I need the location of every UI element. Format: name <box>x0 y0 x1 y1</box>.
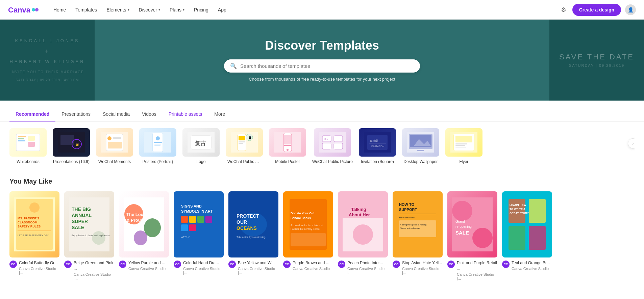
card-item[interactable]: THE BIG ANNUAL SUPER SALE Enjoy fantasti… <box>64 191 114 280</box>
svg-rect-16 <box>113 137 121 139</box>
category-desktop-wallpaper[interactable]: Desktop Wallpaper <box>402 128 439 164</box>
svg-text:Help them heal.: Help them heal. <box>399 216 416 219</box>
category-flyer[interactable]: Flyer <box>445 128 482 164</box>
card-footer: CC Beige Green and Pink ... Canva Creati… <box>64 260 114 280</box>
card-item[interactable]: The Loud & Proud Sale CC Yellow Purple a… <box>119 191 169 280</box>
svg-text:邀请函: 邀请函 <box>370 139 378 142</box>
svg-rect-57 <box>455 136 472 142</box>
card-item[interactable]: SIGNS AND SYMBOLS IN ART APPLY CC Col <box>174 191 224 280</box>
svg-text:Sale: Sale <box>126 223 135 228</box>
tab-presentations[interactable]: Presentations <box>55 107 97 121</box>
card-author: Canva Creative Studio |... <box>238 267 278 275</box>
svg-text:Harrison Elementary School: Harrison Elementary School <box>291 228 320 230</box>
svg-rect-114 <box>399 214 436 214</box>
category-label: Logo <box>197 159 206 164</box>
category-label: WeChat Public Account Co... <box>227 159 261 164</box>
svg-rect-90 <box>181 224 188 231</box>
settings-button[interactable]: ⚙ <box>559 4 568 16</box>
tab-more[interactable]: More <box>208 107 231 121</box>
svg-text:SALE: SALE <box>72 225 84 230</box>
svg-text:& Proud: & Proud <box>126 218 144 223</box>
category-thumb <box>402 128 439 157</box>
nav-discover[interactable]: Discover ▾ <box>135 4 164 15</box>
category-logo[interactable]: 复古 Logo <box>182 128 220 164</box>
card-thumb: Grand re-opening SALE <box>447 191 497 257</box>
cc-badge: CC <box>338 261 345 268</box>
category-wechat-moments[interactable]: WeChat Moments <box>96 128 133 164</box>
category-mobile-poster[interactable]: Mobile Poster <box>269 128 306 164</box>
avatar[interactable]: 👤 <box>625 4 636 15</box>
svg-rect-88 <box>197 216 204 223</box>
svg-point-63 <box>29 202 40 213</box>
card-thumb: Talking About Her <box>338 191 388 257</box>
logo[interactable]: Canva <box>8 5 39 15</box>
nav-elements[interactable]: Elements ▾ <box>102 4 133 15</box>
card-title: Blue Yellow and W... <box>238 260 278 266</box>
category-invitation[interactable]: 邀请函 INVITATION Invitation (Square) <box>359 128 396 164</box>
svg-text:friends and colleagues: friends and colleagues <box>400 227 420 229</box>
svg-text:Take action by volunteering.: Take action by volunteering. <box>237 236 266 239</box>
elements-chevron-icon: ▾ <box>128 8 129 11</box>
svg-rect-6 <box>18 140 25 141</box>
svg-text:CLASSROOM: CLASSROOM <box>18 221 38 224</box>
card-thumb: The Loud & Proud Sale <box>119 191 169 257</box>
card-author: Canva Creative Studio |... <box>402 267 443 275</box>
nav-plans[interactable]: Plans ▾ <box>166 4 189 15</box>
tab-videos[interactable]: Videos <box>136 107 163 121</box>
card-item[interactable]: Grand re-opening SALE CC Pink and Purple… <box>447 191 497 280</box>
category-label: Posters (Portrait) <box>143 159 173 164</box>
svg-point-38 <box>287 149 289 151</box>
card-item[interactable]: HOW TO SUPPORT Help them heal. A caregiv… <box>393 191 443 280</box>
card-item[interactable]: Donate Your Old School Books A book driv… <box>283 191 333 280</box>
card-item[interactable]: Talking About Her CC Peach Photo Inter..… <box>338 191 388 280</box>
svg-text:GREAT STORY: GREAT STORY <box>510 212 529 215</box>
category-thumb: 邀请函 INVITATION <box>359 128 396 157</box>
card-footer: CC Colorful Hand Dra... Canva Creative S… <box>174 260 224 275</box>
nav-templates[interactable]: Templates <box>71 4 101 15</box>
svg-rect-39 <box>319 132 346 153</box>
category-label: Presentations (16:9) <box>53 159 90 164</box>
category-thumb <box>139 128 176 157</box>
nav-app[interactable]: App <box>214 4 230 15</box>
nav-pricing[interactable]: Pricing <box>190 4 213 15</box>
svg-text:The Loud: The Loud <box>126 212 146 217</box>
svg-rect-8 <box>28 142 35 147</box>
card-author: Canva Creative Studio |... <box>512 267 552 275</box>
scroll-right-button[interactable]: › <box>628 138 635 148</box>
tabs-section: Recommended Presentations Social media V… <box>0 101 644 121</box>
nav-home[interactable]: Home <box>49 4 70 15</box>
tab-recommended[interactable]: Recommended <box>9 107 55 121</box>
create-design-button[interactable]: Create a design <box>572 4 621 16</box>
discover-chevron-icon: ▾ <box>158 8 160 11</box>
card-title: Beige Green and Pink ... <box>74 260 114 272</box>
svg-rect-91 <box>189 224 196 231</box>
tab-social-media[interactable]: Social media <box>97 107 136 121</box>
svg-point-79 <box>134 230 147 245</box>
category-label: Desktop Wallpaper <box>403 159 438 164</box>
category-posters[interactable]: Posters (Portrait) <box>139 128 176 164</box>
category-thumb: 👩 <box>53 128 90 157</box>
svg-text:LEARN HOW: LEARN HOW <box>510 203 526 207</box>
category-wechat-picture[interactable]: 3.2 WeChat Public Picture <box>312 128 353 164</box>
svg-rect-30 <box>239 141 245 142</box>
card-item[interactable]: PROTECT OUR OCEANS Take action by volunt… <box>228 191 278 280</box>
svg-point-15 <box>107 136 112 140</box>
navbar: Canva Home Templates Elements ▾ Discover… <box>0 0 644 20</box>
category-label: WeChat Moments <box>98 159 131 164</box>
svg-point-2 <box>35 8 39 11</box>
svg-rect-43 <box>334 143 343 149</box>
category-presentations[interactable]: 👩 Presentations (16:9) <box>53 128 90 164</box>
card-footer: CC Pink and Purple Retail ... Canva Crea… <box>447 260 497 280</box>
card-item[interactable]: MS. PARKER'S CLASSROOM SAFETY RULES LET'… <box>9 191 59 280</box>
category-wechat-public-account[interactable]: 📱 WeChat Public Account Co... <box>226 128 263 164</box>
hero-title: Discover Templates <box>224 38 420 53</box>
card-item[interactable]: LEARN HOW TO WRITE A GREAT STORY CC Teal… <box>502 191 552 280</box>
svg-rect-86 <box>181 216 188 223</box>
search-input[interactable] <box>240 63 414 69</box>
svg-rect-129 <box>509 226 525 250</box>
cc-badge: CC <box>283 261 291 268</box>
category-whiteboards[interactable]: Whiteboards <box>9 128 47 164</box>
tab-printable-assets[interactable]: Printable assets <box>163 107 208 121</box>
svg-text:About Her: About Her <box>349 212 370 217</box>
svg-rect-4 <box>18 136 26 137</box>
